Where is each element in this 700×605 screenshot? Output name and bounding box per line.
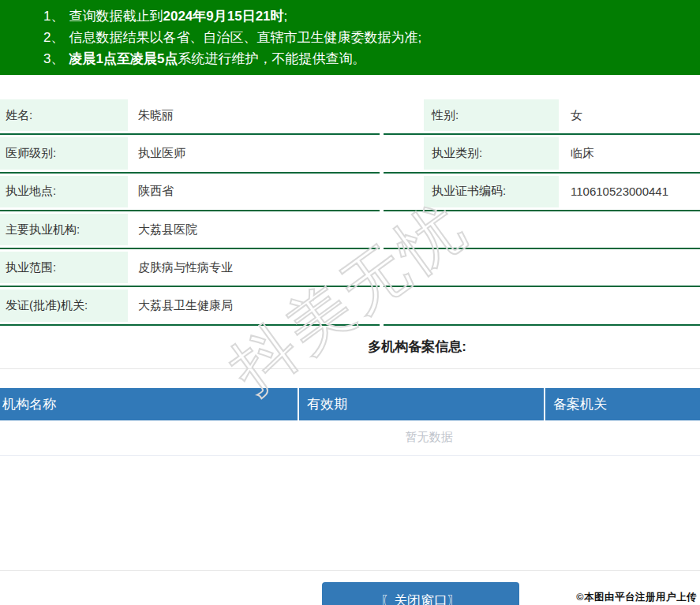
notice-line-number: 1、: [43, 9, 64, 24]
field-value-gender: 女: [559, 97, 700, 133]
field-label-text: 执业证书编码:: [424, 184, 506, 199]
notice-banner: 1、查询数据截止到2024年9月15日21时; 2、信息数据结果以各省、自治区、…: [0, 0, 700, 75]
table-row: 医师级别: 执业医师: [0, 135, 380, 173]
field-label-gender: 性别:: [424, 97, 559, 133]
table-row-empty: [384, 287, 700, 325]
field-label-text: 执业范围:: [0, 260, 56, 275]
table-row: 执业范围: 皮肤病与性病专业: [0, 249, 380, 287]
field-label-certificate-number: 执业证书编码:: [424, 174, 559, 210]
notice-text: ;: [284, 9, 288, 24]
field-value-certificate-number: 110610523000441: [559, 174, 700, 210]
field-label-practice-scope: 执业范围:: [0, 249, 128, 286]
field-label-main-institution: 主要执业机构:: [0, 211, 128, 248]
cell-spacer: [384, 135, 424, 171]
column-header-institution-name: 机构名称: [0, 388, 298, 420]
field-label-practice-category: 执业类别:: [424, 135, 559, 171]
field-label-name: 姓名:: [0, 97, 128, 133]
no-data-placeholder: 暂无数据: [158, 430, 700, 445]
field-label-text: 姓名:: [0, 108, 32, 123]
table-row: 姓名: 朱晓丽: [0, 97, 380, 135]
field-label-text: 发证(批准)机关:: [0, 298, 88, 313]
notice-text-bold: 2024年9月15日21时: [163, 9, 283, 24]
filing-table-header: 机构名称 有效期 备案机关: [0, 388, 700, 420]
upload-copyright-note: ©本图由平台注册用户上传: [576, 591, 697, 604]
field-label-text: 医师级别:: [0, 146, 56, 161]
field-label-practice-location: 执业地点:: [0, 174, 128, 210]
table-row: 主要执业机构: 大荔县医院: [0, 211, 380, 249]
table-row: 执业证书编码: 110610523000441: [384, 174, 700, 211]
notice-text-bold: 凌晨1点至凌晨5点: [69, 51, 178, 66]
practitioner-query-result-page: 1、查询数据截止到2024年9月15日21时; 2、信息数据结果以各省、自治区、…: [0, 0, 700, 605]
notice-line-number: 3、: [43, 51, 64, 66]
field-value-main-institution: 大荔县医院: [128, 211, 380, 248]
field-value-practice-location: 陕西省: [128, 174, 380, 210]
notice-text: 查询数据截止到: [69, 9, 163, 24]
cell-spacer: [384, 97, 424, 133]
table-row: 执业类别: 临床: [384, 135, 700, 173]
table-row: 性别: 女: [384, 97, 700, 135]
field-label-text: 性别:: [424, 108, 459, 123]
field-label-issuing-authority: 发证(批准)机关:: [0, 287, 128, 323]
field-value-practice-scope: 皮肤病与性病专业: [128, 249, 380, 286]
close-window-button[interactable]: 〖关闭窗口〗: [322, 582, 519, 605]
field-label-text: 执业类别:: [424, 146, 482, 161]
field-value-name: 朱晓丽: [128, 97, 380, 133]
divider: [0, 570, 700, 571]
field-value-doctor-level: 执业医师: [128, 135, 380, 171]
table-row: 发证(批准)机关: 大荔县卫生健康局: [0, 287, 380, 325]
field-value-practice-category: 临床: [559, 135, 700, 171]
notice-line-2: 2、信息数据结果以各省、自治区、直辖市卫生健康委数据为准;: [43, 27, 692, 48]
table-row-empty: [384, 211, 700, 249]
info-table-left: 姓名: 朱晓丽 医师级别: 执业医师 执业地点: 陕西省 主要执业机构: 大荔县…: [0, 97, 380, 326]
field-label-text: 主要执业机构:: [0, 222, 80, 237]
field-label-doctor-level: 医师级别:: [0, 135, 128, 171]
column-header-filing-authority: 备案机关: [545, 388, 700, 420]
divider: [0, 455, 700, 456]
notice-line-number: 2、: [43, 30, 64, 45]
field-value-issuing-authority: 大荔县卫生健康局: [128, 287, 380, 323]
notice-line-1: 1、查询数据截止到2024年9月15日21时;: [43, 6, 692, 27]
field-label-text: 执业地点:: [0, 184, 56, 199]
table-row: 执业地点: 陕西省: [0, 174, 380, 211]
divider: [0, 368, 700, 369]
filing-section-title: 多机构备案信息:: [67, 338, 700, 356]
column-header-validity-period: 有效期: [299, 388, 544, 420]
notice-text: 系统进行维护，不能提供查询。: [178, 51, 365, 66]
table-row-empty: [384, 249, 700, 287]
info-table-right: 性别: 女 执业类别: 临床 执业证书编码: 110610523000441: [384, 97, 700, 326]
notice-text: 信息数据结果以各省、自治区、直辖市卫生健康委数据为准;: [69, 30, 421, 45]
cell-spacer: [384, 174, 424, 210]
notice-line-3: 3、凌晨1点至凌晨5点系统进行维护，不能提供查询。: [43, 48, 692, 69]
